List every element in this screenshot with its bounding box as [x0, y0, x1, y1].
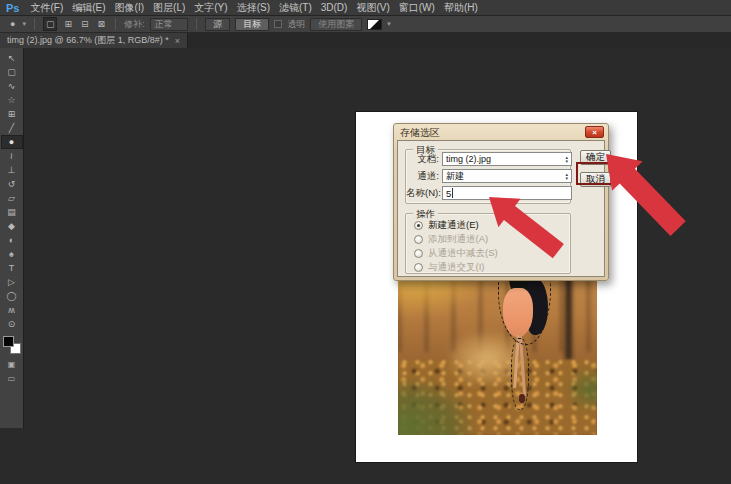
shape-tool[interactable]: ◯ — [1, 289, 23, 303]
color-swatches[interactable] — [2, 335, 22, 355]
select-arrows-icon: ▴▾ — [565, 155, 568, 163]
select-arrows-icon: ▴▾ — [181, 20, 184, 28]
quick-selection-tool[interactable]: ☆ — [1, 93, 23, 107]
patch-mode-label: 修补: — [124, 18, 145, 31]
spot-healing-brush-tool[interactable]: ● — [1, 135, 23, 149]
document-tab-title: timg (2).jpg @ 66.7% (图层 1, RGB/8#) * — [7, 34, 169, 47]
dialog-title: 存储选区 — [400, 126, 440, 140]
photo-grass-left — [398, 380, 472, 435]
radio-icon — [414, 249, 423, 258]
menu-layer[interactable]: 图层(L) — [153, 1, 185, 15]
screen-mode-icon[interactable]: ▭ — [8, 374, 16, 383]
tool-preset-caret-icon[interactable]: ▾ — [22, 20, 26, 28]
add-selection-mode-icon[interactable]: ⊞ — [62, 18, 74, 30]
radio-icon — [414, 235, 423, 244]
history-brush-tool[interactable]: ↺ — [1, 177, 23, 191]
patch-mode-select[interactable]: 正常 ▴▾ — [150, 18, 189, 31]
save-selection-dialog: 存储选区 × 目标 文档: timg (2).jpg ▴▾ 通道: 新建 ▴▾ — [393, 123, 609, 281]
menu-3d[interactable]: 3D(D) — [321, 2, 348, 13]
path-selection-tool[interactable]: ▷ — [1, 275, 23, 289]
brush-tool[interactable]: ≀ — [1, 149, 23, 163]
document-tab[interactable]: timg (2).jpg @ 66.7% (图层 1, RGB/8#) * × — [0, 33, 188, 48]
channel-select[interactable]: 新建 ▴▾ — [442, 169, 572, 183]
new-selection-mode-icon[interactable]: ▢ — [43, 17, 58, 31]
menu-file[interactable]: 文件(F) — [30, 1, 63, 15]
transparent-checkbox[interactable] — [274, 20, 282, 28]
radio-intersect-with-channel[interactable]: 与通道交叉(I) — [414, 261, 484, 274]
name-input[interactable]: 5 — [442, 186, 572, 200]
menu-view[interactable]: 视图(V) — [356, 1, 389, 15]
rectangular-marquee-tool[interactable]: ▢ — [1, 65, 23, 79]
transparent-label: 透明 — [287, 18, 305, 31]
channel-label: 通道: — [406, 170, 439, 183]
document-label: 文档: — [406, 153, 439, 166]
gradient-tool[interactable]: ▤ — [1, 205, 23, 219]
document-select[interactable]: timg (2).jpg ▴▾ — [442, 152, 572, 166]
eraser-tool[interactable]: ▱ — [1, 191, 23, 205]
dialog-close-button[interactable]: × — [585, 126, 604, 138]
menu-edit[interactable]: 编辑(E) — [72, 1, 105, 15]
patch-tool-icon[interactable]: ● — [8, 18, 17, 30]
hand-tool[interactable]: ʍ — [1, 303, 23, 317]
intersect-selection-mode-icon[interactable]: ⊠ — [96, 18, 108, 30]
pattern-caret-icon[interactable]: ▾ — [387, 20, 391, 28]
clone-stamp-tool[interactable]: ⊥ — [1, 163, 23, 177]
tab-close-icon[interactable]: × — [175, 36, 180, 46]
tool-options-bar: ● ▾ ▢ ⊞ ⊟ ⊠ 修补: 正常 ▴▾ 源 目标 透明 使用图案 ▾ — [0, 16, 731, 33]
tools-palette: ↖ ▢ ∿ ☆ ⊞ ╱ ● ≀ ⊥ ↺ ▱ ▤ ◆ ◐ ♠ T ▷ ◯ ʍ ⊙ … — [0, 48, 24, 428]
quick-mask-icon[interactable]: ▣ — [8, 360, 16, 369]
menu-help[interactable]: 帮助(H) — [444, 1, 478, 15]
type-tool[interactable]: T — [1, 261, 23, 275]
divider — [115, 18, 116, 30]
radio-subtract-from-channel[interactable]: 从通道中减去(S) — [414, 247, 498, 260]
subtract-selection-mode-icon[interactable]: ⊟ — [79, 18, 91, 30]
radio-new-channel[interactable]: 新建通道(E) — [414, 219, 479, 232]
pattern-swatch[interactable] — [367, 19, 382, 30]
zoom-tool[interactable]: ⊙ — [1, 317, 23, 331]
foreground-color-swatch[interactable] — [3, 336, 14, 347]
ok-highlight-annotation — [576, 162, 615, 185]
radio-icon — [414, 221, 423, 230]
dodge-tool[interactable]: ◐ — [1, 233, 23, 247]
patch-source-button[interactable]: 源 — [205, 18, 230, 31]
menu-image[interactable]: 图像(I) — [115, 1, 144, 15]
divider — [196, 18, 197, 30]
photo-grass-right — [565, 368, 597, 411]
dialog-body: 目标 文档: timg (2).jpg ▴▾ 通道: 新建 ▴▾ 名称(N): — [397, 140, 605, 277]
photoshop-logo: Ps — [6, 2, 19, 14]
crop-tool[interactable]: ⊞ — [1, 107, 23, 121]
radio-icon — [414, 263, 423, 272]
eyedropper-tool[interactable]: ╱ — [1, 121, 23, 135]
lasso-tool[interactable]: ∿ — [1, 79, 23, 93]
divider — [34, 18, 35, 30]
select-arrows-icon: ▴▾ — [565, 172, 568, 180]
name-label: 名称(N): — [406, 187, 439, 200]
document-tab-bar: timg (2).jpg @ 66.7% (图层 1, RGB/8#) * × — [0, 33, 731, 48]
blur-tool[interactable]: ◆ — [1, 219, 23, 233]
menu-select[interactable]: 选择(S) — [237, 1, 270, 15]
move-tool[interactable]: ↖ — [1, 51, 23, 65]
menu-filter[interactable]: 滤镜(T) — [279, 1, 312, 15]
patch-target-button[interactable]: 目标 — [235, 18, 269, 31]
photoshop-window: Ps 文件(F) 编辑(E) 图像(I) 图层(L) 文字(Y) 选择(S) 滤… — [0, 0, 731, 484]
menu-window[interactable]: 窗口(W) — [399, 1, 435, 15]
menu-type[interactable]: 文字(Y) — [194, 1, 227, 15]
use-pattern-button[interactable]: 使用图案 — [310, 18, 362, 31]
text-cursor — [452, 188, 453, 198]
pen-tool[interactable]: ♠ — [1, 247, 23, 261]
menu-bar: Ps 文件(F) 编辑(E) 图像(I) 图层(L) 文字(Y) 选择(S) 滤… — [0, 0, 731, 16]
selection-marching-ants — [511, 338, 528, 409]
radio-add-to-channel[interactable]: 添加到通道(A) — [414, 233, 488, 246]
